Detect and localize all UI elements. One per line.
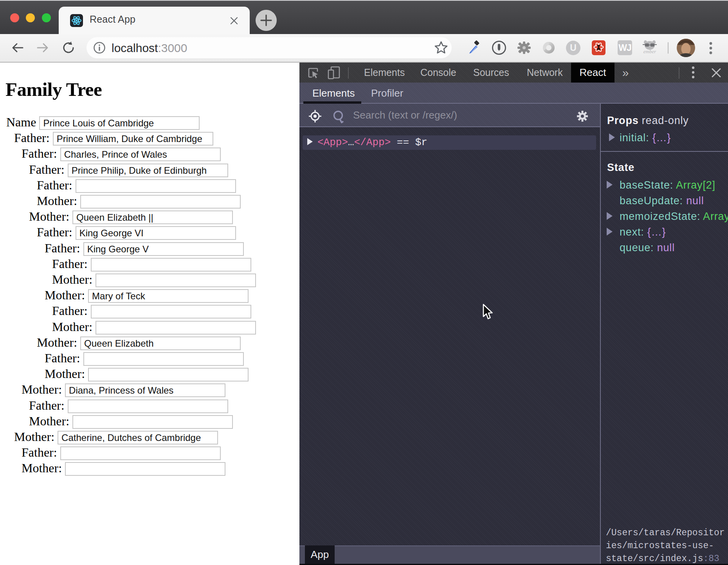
svg-text:ember: ember <box>643 49 656 54</box>
